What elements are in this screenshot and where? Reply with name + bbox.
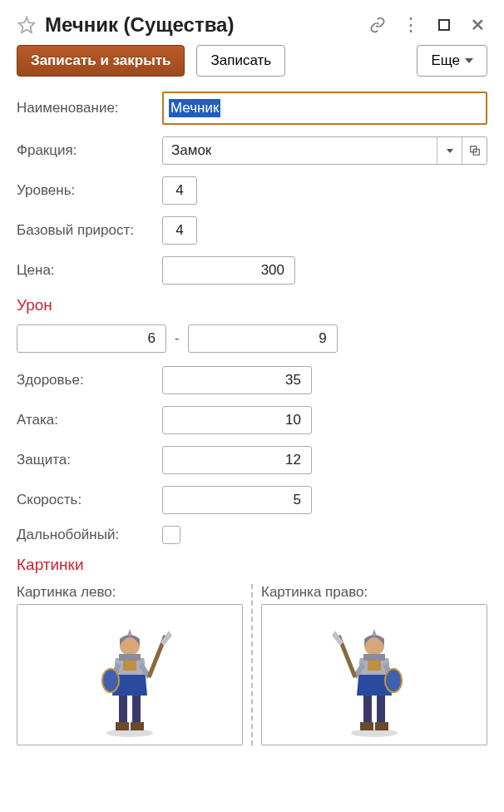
window-title: Мечник (Существа) (45, 13, 359, 37)
speed-label: Скорость: (17, 492, 154, 508)
attack-label: Атака: (17, 412, 154, 428)
swordsman-right-sprite (329, 612, 420, 737)
ranged-checkbox[interactable] (162, 526, 180, 544)
svg-rect-17 (375, 722, 388, 730)
health-label: Здоровье: (17, 372, 154, 389)
speed-input[interactable] (162, 486, 312, 514)
chevron-down-icon (465, 58, 473, 63)
svg-rect-5 (116, 722, 129, 730)
faction-select[interactable]: Замок (162, 136, 487, 165)
growth-input[interactable] (162, 216, 197, 245)
svg-marker-0 (19, 17, 34, 32)
svg-rect-6 (131, 722, 144, 730)
picture-right-box[interactable] (261, 604, 487, 745)
svg-point-22 (385, 669, 402, 692)
svg-point-10 (102, 669, 119, 692)
svg-rect-3 (119, 691, 127, 725)
svg-marker-9 (161, 631, 172, 646)
save-and-close-button[interactable]: Записать и закрыть (17, 45, 185, 77)
damage-max-input[interactable] (188, 324, 338, 353)
svg-marker-24 (372, 629, 377, 636)
price-label: Цена: (17, 262, 154, 279)
svg-rect-7 (123, 661, 136, 671)
picture-divider (251, 584, 253, 745)
svg-marker-21 (332, 631, 343, 646)
level-label: Уровень: (17, 182, 154, 199)
level-input[interactable] (162, 176, 197, 205)
pictures-section-title: Картинки (17, 556, 487, 574)
toolbar: Записать и закрыть Записать Еще (17, 45, 487, 77)
price-input[interactable] (162, 256, 295, 285)
link-icon[interactable] (368, 15, 388, 35)
faction-label: Фракция: (17, 142, 154, 159)
picture-left-box[interactable] (17, 604, 243, 745)
name-input-value: Мечник (169, 99, 220, 117)
save-button[interactable]: Записать (196, 45, 285, 77)
open-reference-icon[interactable] (462, 137, 487, 164)
name-label: Наименование: (17, 100, 154, 116)
svg-rect-4 (132, 691, 141, 725)
svg-rect-15 (377, 691, 385, 725)
defense-input[interactable] (162, 446, 312, 474)
damage-dash: - (175, 330, 180, 347)
damage-section-title: Урон (17, 296, 487, 314)
svg-point-2 (106, 729, 153, 737)
kebab-menu-icon[interactable]: ⋮ (401, 15, 421, 35)
picture-left-label: Картинка лево: (17, 584, 243, 601)
title-bar: Мечник (Существа) ⋮ ✕ (17, 8, 487, 45)
svg-point-14 (351, 729, 398, 737)
ranged-label: Дальнобойный: (17, 527, 154, 543)
faction-value: Замок (163, 137, 437, 164)
svg-rect-13 (119, 654, 141, 661)
more-button[interactable]: Еще (417, 45, 487, 77)
svg-marker-12 (127, 629, 132, 636)
name-input[interactable]: Мечник (162, 92, 487, 125)
health-input[interactable] (162, 366, 312, 394)
picture-right-label: Картинка право: (261, 584, 487, 601)
svg-rect-25 (363, 654, 385, 661)
attack-input[interactable] (162, 406, 312, 434)
swordsman-left-sprite (84, 612, 175, 737)
damage-min-input[interactable] (17, 324, 166, 353)
dropdown-arrow-icon[interactable] (437, 137, 462, 164)
defense-label: Защита: (17, 452, 154, 468)
maximize-icon[interactable] (434, 15, 454, 35)
more-button-label: Еще (431, 52, 460, 69)
favorite-star-icon[interactable] (17, 15, 37, 35)
growth-label: Базовый прирост: (17, 222, 154, 239)
close-icon[interactable]: ✕ (467, 15, 487, 35)
svg-rect-19 (368, 661, 381, 671)
svg-rect-18 (360, 722, 373, 730)
svg-rect-16 (363, 691, 372, 725)
